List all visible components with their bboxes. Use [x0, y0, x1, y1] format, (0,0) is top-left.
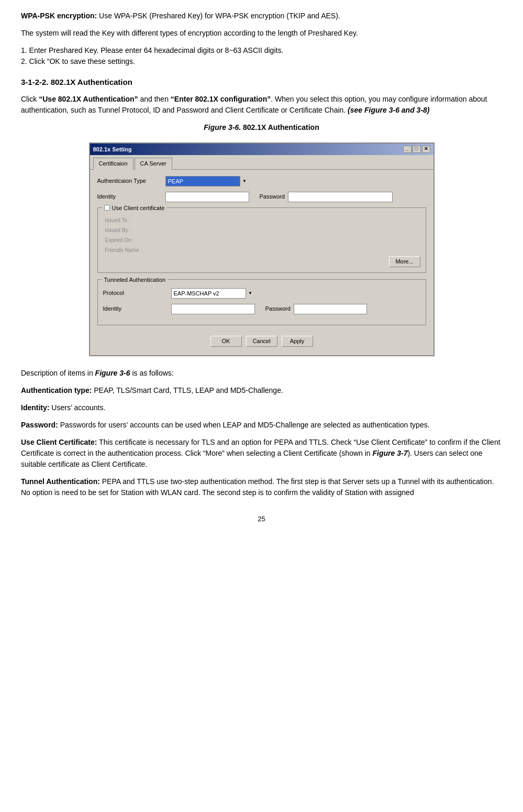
- ok-button[interactable]: OK: [210, 336, 242, 347]
- issued-by-field: Issued By :: [103, 226, 420, 234]
- wpa-psk-steps: 1. Enter Preshared Key. Please enter 64 …: [21, 45, 502, 67]
- wpa-psk-line1: Use WPA-PSK (Preshared Key) for WPA-PSK …: [99, 12, 340, 20]
- dialog-tabs: Certificaion CA Server: [90, 155, 433, 169]
- tunnel-desc: Tunnel Authentication: PEPA and TTLS use…: [21, 476, 502, 498]
- tunneled-auth-groupbox: Tunneled Authentication Protocol EAP-MSC…: [97, 279, 426, 325]
- auth-type-label: Authenticaion Type: [97, 177, 165, 185]
- tab-ca-server[interactable]: CA Server: [135, 158, 172, 170]
- password2-label: Password: [265, 304, 291, 313]
- maximize-button[interactable]: □: [413, 146, 421, 153]
- dialog-802-1x: 802.1x Setting _ □ ✕ Certificaion CA Ser…: [89, 142, 435, 356]
- close-button[interactable]: ✕: [422, 146, 430, 153]
- figure-container: 802.1x Setting _ □ ✕ Certificaion CA Ser…: [21, 142, 502, 356]
- auth-type-desc: Authentication type: PEAP, TLS/Smart Car…: [21, 385, 502, 396]
- tab-certification[interactable]: Certificaion: [93, 158, 133, 170]
- protocol-row: Protocol EAP-MSCHAP v2 GTC OTP MD5-Chall…: [103, 288, 420, 299]
- auth-type-select[interactable]: PEAP TLS/Smart Card TTLS LEAP MD5-Challe…: [165, 176, 249, 186]
- identity-password-row2: Identity Password: [103, 304, 420, 314]
- password-input[interactable]: [288, 192, 393, 202]
- tunneled-auth-title: Tunneled Authentication: [102, 276, 168, 284]
- wpa-psk-line2: The system will read the Key with differ…: [21, 28, 502, 39]
- issued-to-field: Issued To :: [103, 216, 420, 224]
- friendly-name-field: Friendly Name :: [103, 246, 420, 254]
- identity-label: Identity: [97, 192, 165, 201]
- titlebar-buttons: _ □ ✕: [403, 146, 430, 153]
- identity-input[interactable]: [165, 192, 249, 202]
- protocol-select[interactable]: EAP-MSCHAP v2 GTC OTP MD5-Challenge: [171, 288, 255, 299]
- identity-desc: Identity: Users’ accounts.: [21, 402, 502, 413]
- minimize-button[interactable]: _: [403, 146, 411, 153]
- cancel-button[interactable]: Cancel: [246, 336, 277, 347]
- more-button-wrapper: More...: [103, 256, 420, 267]
- use-client-cert-checkbox[interactable]: [104, 205, 110, 211]
- password2-input[interactable]: [294, 304, 367, 314]
- intro-paragraph: Click “Use 802.1X Authentication” and th…: [21, 94, 502, 116]
- expired-on-field: Expired On :: [103, 236, 420, 244]
- use-cert-desc: Use Client Certificate: This certificate…: [21, 437, 502, 470]
- page-number: 25: [21, 514, 502, 524]
- wpa-psk-title: WPA-PSK encryption:: [21, 12, 97, 20]
- wpa-psk-intro: WPA-PSK encryption: Use WPA-PSK (Preshar…: [21, 10, 502, 21]
- identity-password-row: Identity Password: [97, 192, 426, 202]
- identity2-input[interactable]: [171, 304, 255, 314]
- auth-type-row: Authenticaion Type PEAP TLS/Smart Card T…: [97, 176, 426, 186]
- description-intro: Description of items in Figure 3-6 is as…: [21, 368, 502, 379]
- password-desc: Password: Passwords for users’ accounts …: [21, 420, 502, 431]
- apply-button[interactable]: Apply: [282, 336, 313, 347]
- dialog-titlebar: 802.1x Setting _ □ ✕: [90, 144, 433, 156]
- dialog-body: Authenticaion Type PEAP TLS/Smart Card T…: [90, 169, 433, 355]
- dialog-footer: OK Cancel Apply: [97, 332, 426, 349]
- more-button[interactable]: More...: [389, 256, 420, 267]
- client-cert-groupbox: Use Client certificate Issued To : Issue…: [97, 207, 426, 273]
- section-heading: 3-1-2-2. 802.1X Authentication: [21, 76, 502, 89]
- protocol-dropdown-wrapper: EAP-MSCHAP v2 GTC OTP MD5-Challenge ▼: [171, 288, 255, 299]
- identity2-label: Identity: [103, 304, 171, 313]
- figure-label: Figure 3-6. 802.1X Authentication: [21, 122, 502, 133]
- password-label: Password: [260, 192, 285, 201]
- auth-type-dropdown-wrapper: PEAP TLS/Smart Card TTLS LEAP MD5-Challe…: [165, 176, 249, 186]
- dialog-title: 802.1x Setting: [93, 145, 132, 154]
- client-cert-title: Use Client certificate: [102, 204, 167, 213]
- protocol-label: Protocol: [103, 289, 171, 298]
